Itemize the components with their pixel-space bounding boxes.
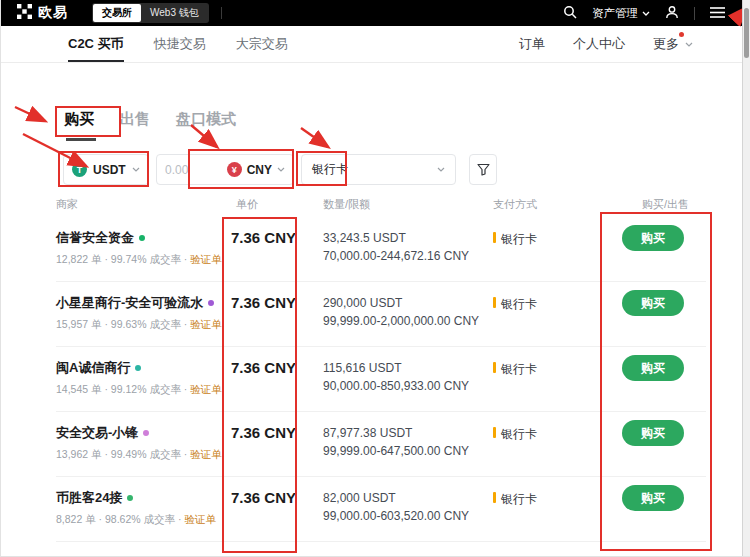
available-amount: 33,243.5 USDT: [323, 229, 491, 247]
sub-nav: C2C 买币 快捷交易 大宗交易 订单 个人中心 更多: [1, 26, 750, 63]
crypto-select[interactable]: T USDT: [63, 154, 149, 185]
brand[interactable]: 欧易: [17, 4, 68, 23]
product-toggle: 交易所 Web3 钱包: [92, 3, 209, 23]
available-amount: 290,000 USDT: [323, 294, 491, 312]
chevron-down-icon: [685, 42, 693, 47]
payment-method: 银行卡: [501, 491, 537, 508]
offer-row: 闽A诚信商行 14,545 单 · 99.12% 成交率 · 验证单 7.36 …: [56, 347, 706, 412]
tab-buy[interactable]: 购买: [64, 110, 94, 137]
scrollbar[interactable]: [742, 0, 750, 557]
unit-price: 7.36 CNY: [226, 217, 298, 281]
unit-price: 7.36 CNY: [226, 477, 298, 541]
toggle-web3-wallet[interactable]: Web3 钱包: [141, 4, 208, 22]
quantity-limit-cell: 82,000 USDT 99,000.00-603,520.00 CNY: [298, 477, 491, 541]
offer-row: 币胜客24接 8,822 单 · 98.62% 成交率 · 验证单 7.36 C…: [56, 477, 706, 542]
chevron-down-icon: [642, 11, 650, 16]
merchant-badge-icon: [143, 430, 149, 436]
subnav-item-c2c[interactable]: C2C 买币: [68, 26, 124, 62]
buy-button[interactable]: 购买: [622, 485, 684, 511]
buy-button[interactable]: 购买: [622, 355, 684, 381]
filter-button[interactable]: [469, 154, 497, 185]
available-amount: 115,616 USDT: [323, 359, 491, 377]
sub-nav-right: 订单 个人中心 更多: [519, 35, 693, 53]
buy-button[interactable]: 购买: [622, 290, 684, 316]
buy-button[interactable]: 购买: [622, 420, 684, 446]
tab-sell[interactable]: 出售: [120, 110, 150, 137]
okx-c2c-page: 欧易 交易所 Web3 钱包 资产管理 C2C 买币: [0, 0, 750, 557]
payment-cell: 银行卡: [491, 347, 616, 411]
chevron-down-icon: [437, 167, 445, 172]
chevron-down-icon: [132, 167, 140, 172]
action-cell: 购买: [616, 282, 706, 346]
verified-order-tag[interactable]: 验证单: [190, 318, 222, 330]
user-icon[interactable]: [665, 5, 679, 21]
header-actions: 资产管理: [563, 5, 725, 21]
quantity-limit-cell: 115,616 USDT 90,000.00-850,933.00 CNY: [298, 347, 491, 411]
payment-select-value: 银行卡: [312, 161, 348, 178]
annotation-arrow-buy-tab: [15, 107, 45, 121]
scrollbar-thumb[interactable]: [744, 8, 749, 58]
available-amount: 82,000 USDT: [323, 489, 491, 507]
crypto-select-value: USDT: [93, 163, 126, 177]
asset-management-menu[interactable]: 资产管理: [592, 6, 650, 21]
action-cell: 购买: [616, 412, 706, 476]
offer-row: 小星星商行-安全可验流水 15,957 单 · 99.63% 成交率 · 验证单…: [56, 282, 706, 347]
merchant-stats: 8,822 单 · 98.62% 成交率 ·: [56, 513, 184, 525]
verified-order-tag[interactable]: 验证单: [184, 513, 216, 525]
subnav-item-orders[interactable]: 订单: [519, 35, 545, 53]
buy-button[interactable]: 购买: [622, 225, 684, 251]
merchant-cell: 闽A诚信商行 14,545 单 · 99.12% 成交率 · 验证单: [56, 347, 226, 411]
payment-method-select[interactable]: 银行卡: [301, 154, 456, 185]
available-amount: 87,977.38 USDT: [323, 424, 491, 442]
subnav-item-express[interactable]: 快捷交易: [154, 26, 206, 62]
limit-range: 70,000.00-244,672.16 CNY: [323, 247, 491, 265]
quantity-limit-cell: 87,977.38 USDT 99,999.00-647,500.00 CNY: [298, 412, 491, 476]
fiat-select-value: CNY: [247, 163, 272, 177]
payment-cell: 银行卡: [491, 477, 616, 541]
tab-orderbook-mode[interactable]: 盘口模式: [176, 110, 236, 137]
toggle-exchange[interactable]: 交易所: [93, 4, 141, 22]
merchant-badge-icon: [127, 495, 133, 501]
limit-range: 99,999.00-647,500.00 CNY: [323, 442, 491, 460]
chevron-down-icon: [277, 167, 285, 172]
col-merchant: 商家: [56, 197, 226, 212]
unit-price: 7.36 CNY: [226, 412, 298, 476]
merchant-badge-icon: [135, 365, 141, 371]
bank-card-icon: [493, 297, 496, 308]
verified-order-tag[interactable]: 验证单: [190, 383, 222, 395]
bank-card-icon: [493, 362, 496, 373]
amount-input[interactable]: [165, 163, 203, 177]
verified-order-tag[interactable]: 验证单: [190, 448, 222, 460]
fiat-select[interactable]: ¥ CNY: [227, 162, 285, 177]
subnav-item-profile[interactable]: 个人中心: [573, 35, 625, 53]
bank-card-icon: [493, 232, 496, 243]
menu-icon[interactable]: [710, 7, 725, 20]
payment-cell: 银行卡: [491, 412, 616, 476]
header-divider: [221, 7, 222, 19]
sub-nav-left: C2C 买币 快捷交易 大宗交易: [68, 26, 288, 62]
bank-card-icon: [493, 427, 496, 438]
verified-order-tag[interactable]: 验证单: [190, 253, 222, 265]
limit-range: 99,999.00-2,000,000.00 CNY: [323, 312, 491, 330]
notification-dot: [679, 32, 684, 37]
col-quantity-limit: 数量/限额: [298, 197, 491, 212]
subnav-item-block-trade[interactable]: 大宗交易: [236, 26, 288, 62]
merchant-name[interactable]: 安全交易-小锋: [56, 424, 138, 442]
action-cell: 购买: [616, 347, 706, 411]
payment-cell: 银行卡: [491, 282, 616, 346]
payment-method: 银行卡: [501, 231, 537, 248]
subnav-item-more[interactable]: 更多: [653, 35, 693, 53]
brand-name: 欧易: [38, 4, 68, 22]
table-header-row: 商家 单价 数量/限额 支付方式 购买/出售: [56, 197, 706, 212]
merchant-name[interactable]: 小星星商行-安全可验流水: [56, 294, 203, 312]
annotation-arrow-bank-card: [301, 128, 328, 147]
unit-price: 7.36 CNY: [226, 282, 298, 346]
merchant-name[interactable]: 信誉安全资金: [56, 229, 134, 247]
merchant-name[interactable]: 币胜客24接: [56, 489, 122, 507]
more-label: 更多: [653, 35, 679, 53]
header-divider: [694, 7, 695, 20]
merchant-cell: 安全交易-小锋 13,962 单 · 99.49% 成交率 · 验证单: [56, 412, 226, 476]
search-icon[interactable]: [563, 5, 577, 21]
merchant-name[interactable]: 闽A诚信商行: [56, 359, 130, 377]
merchant-stats: 13,962 单 · 99.49% 成交率 ·: [56, 448, 190, 460]
